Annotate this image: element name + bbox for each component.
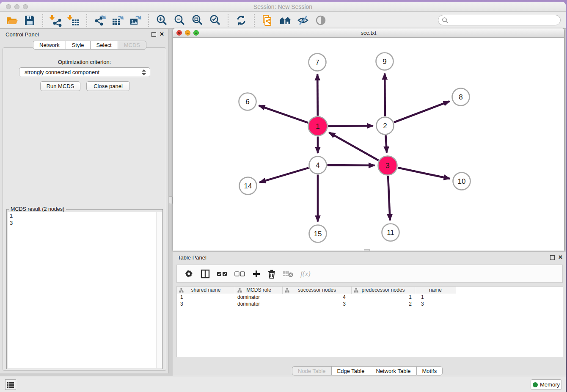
attribute-icon — [179, 288, 184, 293]
tab-edge-table[interactable]: Edge Table — [331, 366, 370, 375]
column-header-shared-name[interactable]: shared name — [177, 287, 235, 294]
edge-2-8[interactable] — [394, 101, 449, 122]
toolbar-separator — [86, 14, 87, 27]
title-bar: Session: New Session — [0, 2, 566, 12]
tab-mcds[interactable]: MCDS — [118, 41, 146, 50]
deselect-all-icon[interactable] — [234, 271, 245, 277]
export-image-icon[interactable] — [129, 14, 142, 27]
network-canvas[interactable]: 7968124314101511 — [173, 38, 564, 251]
table-toolbar: f(x) — [176, 265, 563, 283]
export-table-icon[interactable] — [111, 14, 124, 27]
close-table-panel-icon[interactable]: ✕ — [558, 254, 563, 260]
cell-mcds-role[interactable]: dominator — [235, 301, 283, 308]
tab-select[interactable]: Select — [90, 41, 118, 50]
tab-style[interactable]: Style — [66, 41, 90, 50]
task-history-button[interactable] — [5, 379, 16, 390]
mcds-result-area[interactable]: 1 3 — [8, 212, 162, 368]
zoom-selected-icon[interactable] — [208, 14, 222, 27]
edge-1-6[interactable] — [259, 105, 308, 123]
add-column-icon[interactable] — [252, 270, 261, 278]
open-session-icon[interactable] — [5, 14, 19, 27]
column-header-successor-nodes[interactable]: successor nodes — [283, 287, 352, 294]
graph-node-label: 8 — [459, 93, 462, 101]
graph-node-label: 2 — [383, 122, 387, 130]
network-window-titlebar[interactable]: ✕ − + scc.txt — [173, 28, 564, 38]
hide-selected-icon[interactable] — [296, 14, 310, 27]
cell-successor-nodes[interactable]: 4 — [283, 294, 352, 301]
home-view-icon[interactable] — [278, 14, 292, 27]
edge-1-7[interactable] — [317, 74, 318, 116]
float-panel-icon[interactable] — [151, 32, 156, 37]
table-settings-icon[interactable] — [184, 269, 194, 279]
memory-button[interactable]: Memory — [531, 379, 562, 390]
run-mcds-button[interactable]: Run MCDS — [40, 81, 80, 91]
search-input[interactable] — [438, 15, 561, 25]
close-panel-button[interactable]: Close panel — [86, 81, 130, 91]
cell-predecessor-nodes[interactable]: 1 — [352, 294, 415, 301]
column-header-mcds-role[interactable]: MCDS role — [235, 287, 283, 294]
close-panel-icon[interactable]: ✕ — [160, 31, 164, 37]
criterion-dropdown[interactable]: strongly connected component — [19, 67, 150, 77]
cell-shared-name[interactable]: 3 — [177, 301, 235, 308]
attribute-icon — [285, 288, 289, 293]
show-all-icon[interactable] — [314, 14, 328, 27]
list-icon — [7, 381, 14, 388]
column-header-name[interactable]: name — [415, 287, 456, 294]
float-table-panel-icon[interactable] — [550, 255, 555, 260]
save-session-icon[interactable] — [23, 14, 36, 27]
zoom-fit-icon[interactable] — [190, 14, 204, 27]
column-header-predecessor-nodes[interactable]: predecessor nodes — [352, 287, 415, 294]
function-builder-icon: f(x) — [300, 270, 311, 278]
app-window: Session: New Session — [0, 2, 566, 392]
horizontal-splitter-handle[interactable] — [364, 249, 370, 251]
select-all-icon[interactable] — [217, 271, 228, 277]
delete-table-icon — [283, 270, 294, 278]
table-row[interactable]: 1 dominator 4 1 1 — [177, 294, 563, 301]
cell-shared-name[interactable]: 1 — [177, 294, 235, 301]
cell-predecessor-nodes[interactable]: 2 — [352, 301, 415, 308]
tab-network-table[interactable]: Network Table — [370, 366, 416, 375]
edge-1-2[interactable] — [328, 126, 373, 126]
node-table[interactable]: shared name MCDS role successor nodes pr… — [176, 286, 563, 357]
control-panel-header: Control Panel ✕ — [0, 29, 168, 40]
toolbar-separator — [228, 14, 228, 27]
cell-name[interactable]: 3 — [415, 301, 456, 308]
export-network-icon[interactable] — [93, 14, 107, 27]
import-network-icon[interactable] — [49, 14, 63, 27]
network-title: scc.txt — [173, 30, 564, 36]
vertical-splitter-handle[interactable] — [169, 196, 173, 204]
edge-4-3[interactable] — [327, 165, 374, 166]
cell-successor-nodes[interactable]: 3 — [283, 301, 352, 308]
copy-network-icon[interactable] — [261, 14, 274, 27]
split-panel-icon[interactable] — [201, 269, 210, 279]
tab-motifs[interactable]: Motifs — [416, 366, 443, 375]
attribute-icon — [237, 288, 242, 293]
edge-2-3[interactable] — [385, 135, 387, 152]
tab-network[interactable]: Network — [33, 41, 66, 50]
mcds-result-group: MCDS result (2 nodes) 1 3 — [6, 209, 163, 369]
edge-4-14[interactable] — [259, 168, 308, 182]
edge-3-1[interactable] — [329, 133, 379, 160]
graph-node-label: 15 — [314, 230, 322, 238]
search-icon — [442, 17, 449, 24]
window-title: Session: New Session — [0, 3, 566, 10]
import-table-icon[interactable] — [67, 14, 80, 27]
zoom-out-icon[interactable] — [173, 14, 186, 27]
result-scrollbar[interactable] — [156, 212, 161, 368]
cell-mcds-role[interactable]: dominator — [235, 294, 283, 301]
zoom-in-icon[interactable] — [155, 14, 168, 27]
table-row[interactable]: 3 dominator 3 2 3 — [177, 301, 563, 308]
network-graph[interactable]: 7968124314101511 — [173, 38, 564, 251]
memory-status-icon — [533, 382, 538, 387]
graph-node-label: 3 — [385, 162, 389, 170]
edge-2-9[interactable] — [385, 73, 385, 116]
delete-column-icon[interactable] — [267, 269, 276, 279]
cell-name[interactable]: 1 — [415, 294, 456, 301]
graph-node-label: 7 — [315, 58, 319, 66]
result-line: 3 — [8, 219, 162, 226]
refresh-layout-icon[interactable] — [234, 14, 248, 27]
tab-node-table[interactable]: Node Table — [292, 366, 331, 375]
table-tabs: Node Table Edge Table Network Table Moti… — [292, 366, 443, 375]
edge-3-10[interactable] — [398, 168, 450, 179]
edge-3-11[interactable] — [388, 176, 390, 220]
